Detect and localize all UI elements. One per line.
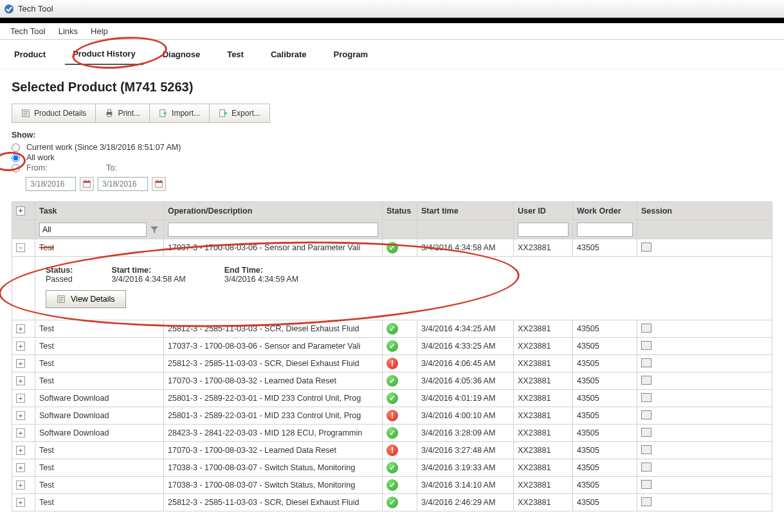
table-row[interactable]: +Test17038-3 - 1700-08-03-07 - Switch St… xyxy=(12,459,772,477)
table-row[interactable]: +Test17037-3 - 1700-08-03-06 - Sensor an… xyxy=(12,338,772,355)
svg-point-0 xyxy=(5,5,14,14)
task-filter-input[interactable] xyxy=(39,223,147,237)
tab-program[interactable]: Program xyxy=(326,44,376,64)
user-filter-input[interactable] xyxy=(518,223,569,237)
expand-row-icon[interactable]: + xyxy=(16,481,25,490)
table-row[interactable]: +Test25812-3 - 2585-11-03-03 - SCR, Dies… xyxy=(12,494,772,511)
cell-status: ✓ xyxy=(383,239,417,257)
expand-row-icon[interactable]: + xyxy=(16,394,25,403)
session-icon[interactable] xyxy=(641,445,652,454)
expand-row-icon[interactable]: − xyxy=(16,243,25,252)
col-wo[interactable]: Work Order xyxy=(573,202,637,220)
session-icon[interactable] xyxy=(641,358,652,367)
cell-task: Test xyxy=(35,442,164,459)
print-button[interactable]: Print... xyxy=(96,104,150,122)
tab-test[interactable]: Test xyxy=(219,44,251,64)
status-icon: ✓ xyxy=(387,392,398,404)
cell-session xyxy=(637,390,772,407)
cell-wo: 43505 xyxy=(573,239,637,257)
session-icon[interactable] xyxy=(641,324,652,333)
table-row[interactable]: +Test25812-3 - 2585-11-03-03 - SCR, Dies… xyxy=(12,355,772,372)
svg-rect-6 xyxy=(108,110,111,113)
cell-task: Test xyxy=(35,494,164,511)
cell-user: XX23881 xyxy=(514,355,573,372)
black-strip xyxy=(0,18,784,23)
col-start[interactable]: Start time xyxy=(417,202,514,220)
filter-block: Show: Current work (Since 3/18/2016 8:51… xyxy=(12,131,772,191)
expand-row-icon[interactable]: + xyxy=(16,324,25,333)
radio-all-input[interactable] xyxy=(12,154,20,162)
tab-product[interactable]: Product xyxy=(6,44,53,64)
session-icon[interactable] xyxy=(641,243,652,252)
table-row[interactable]: +Test17070-3 - 1700-08-03-32 - Learned D… xyxy=(12,372,772,390)
menu-help[interactable]: Help xyxy=(84,24,114,39)
col-session[interactable]: Session xyxy=(637,202,772,220)
cell-wo: 43505 xyxy=(573,494,637,511)
product-details-label: Product Details xyxy=(34,109,86,118)
col-status[interactable]: Status xyxy=(383,202,417,220)
expand-row-icon[interactable]: + xyxy=(16,376,25,385)
svg-rect-7 xyxy=(108,115,111,117)
session-icon[interactable] xyxy=(641,497,652,506)
cell-start: 3/4/2016 3:14:10 AM xyxy=(417,477,514,494)
cell-wo: 43505 xyxy=(573,477,637,494)
view-details-button[interactable]: View Details xyxy=(46,290,126,308)
tab-calibrate[interactable]: Calibrate xyxy=(263,44,315,64)
tab-diagnose[interactable]: Diagnose xyxy=(155,44,208,64)
session-icon[interactable] xyxy=(641,480,652,489)
radio-from-range[interactable]: From: To: xyxy=(12,163,772,173)
col-task[interactable]: Task xyxy=(35,202,164,220)
radio-current-work[interactable]: Current work (Since 3/18/2016 8:51:07 AM… xyxy=(12,142,772,152)
status-icon: ! xyxy=(387,445,398,456)
cell-task: Test xyxy=(35,355,164,372)
export-button[interactable]: Export... xyxy=(210,104,269,122)
session-icon[interactable] xyxy=(641,428,652,437)
menu-techtool[interactable]: Tech Tool xyxy=(4,24,52,39)
expand-all-icon[interactable]: + xyxy=(16,206,25,216)
session-icon[interactable] xyxy=(641,341,652,350)
status-icon: ✓ xyxy=(387,497,398,508)
session-icon[interactable] xyxy=(641,410,652,419)
session-icon[interactable] xyxy=(641,376,652,385)
session-icon[interactable] xyxy=(641,463,652,472)
to-date-input[interactable] xyxy=(98,177,148,191)
expand-row-icon[interactable]: + xyxy=(16,342,25,351)
wo-filter-input[interactable] xyxy=(577,223,633,237)
radio-current-input[interactable] xyxy=(12,143,20,152)
table-row[interactable]: +Test17038-3 - 1700-08-03-07 - Switch St… xyxy=(12,477,772,494)
col-expand[interactable]: + xyxy=(12,202,35,220)
expand-row-icon[interactable]: + xyxy=(16,446,25,455)
product-details-button[interactable]: Product Details xyxy=(12,104,96,122)
expand-row-icon[interactable]: + xyxy=(16,359,25,368)
cell-op: 25812-3 - 2585-11-03-03 - SCR, Diesel Ex… xyxy=(164,355,383,372)
session-icon[interactable] xyxy=(641,393,652,402)
table-row[interactable]: −Test17037-3 - 1700-08-03-06 - Sensor an… xyxy=(12,239,772,257)
svg-rect-11 xyxy=(84,181,91,183)
main-tabbar: Product Product History Diagnose Test Ca… xyxy=(0,40,784,69)
from-date-input[interactable] xyxy=(26,177,76,191)
table-row[interactable]: +Test25812-3 - 2585-11-03-03 - SCR, Dies… xyxy=(12,320,772,338)
expand-row-icon[interactable]: + xyxy=(16,411,25,420)
col-user[interactable]: User ID xyxy=(514,202,573,220)
expand-row-icon[interactable]: + xyxy=(16,498,25,507)
table-row[interactable]: +Software Download25801-3 - 2589-22-03-0… xyxy=(12,407,772,425)
to-date-picker-button[interactable] xyxy=(152,177,166,191)
cell-session xyxy=(637,442,772,459)
table-row[interactable]: +Software Download25801-3 - 2589-22-03-0… xyxy=(12,390,772,407)
funnel-icon[interactable] xyxy=(149,225,160,235)
cell-status: ! xyxy=(383,442,417,459)
cell-status: ✓ xyxy=(383,459,417,477)
menu-links[interactable]: Links xyxy=(52,24,84,39)
table-row[interactable]: +Software Download28423-3 - 2841-22-03-0… xyxy=(12,425,772,442)
radio-all-work[interactable]: All work xyxy=(12,152,772,163)
op-filter-input[interactable] xyxy=(168,223,378,237)
cell-status: ✓ xyxy=(383,494,417,511)
expand-row-icon[interactable]: + xyxy=(16,463,25,472)
tab-product-history[interactable]: Product History xyxy=(65,44,143,65)
expand-row-icon[interactable]: + xyxy=(16,428,25,437)
col-op[interactable]: Operation/Description xyxy=(164,202,383,220)
from-date-picker-button[interactable] xyxy=(80,177,94,191)
table-row[interactable]: +Test17070-3 - 1700-08-03-32 - Learned D… xyxy=(12,442,772,459)
import-button[interactable]: Import... xyxy=(150,104,210,122)
radio-from-input[interactable] xyxy=(12,164,20,172)
